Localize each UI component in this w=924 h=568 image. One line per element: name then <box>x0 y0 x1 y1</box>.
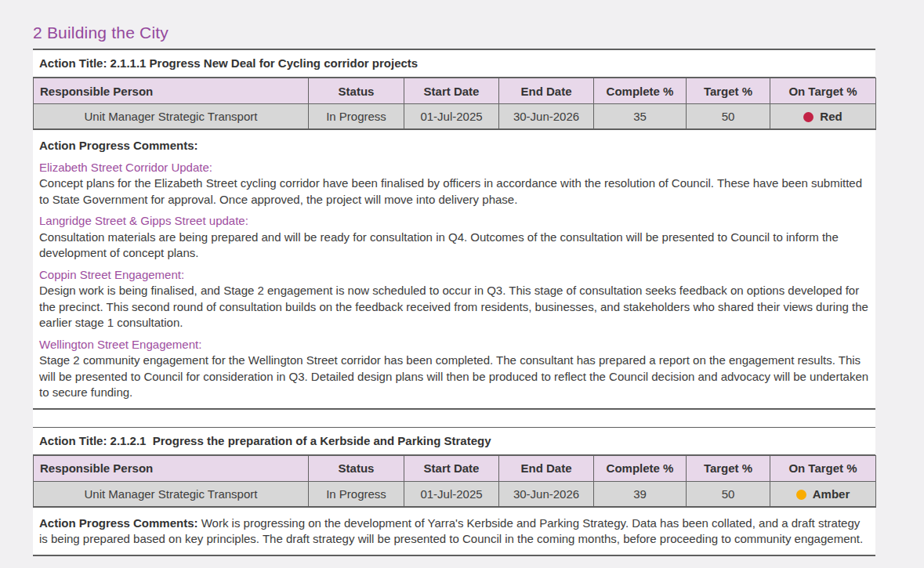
col-header-responsible-person: Responsible Person <box>34 455 309 481</box>
cell-responsible-person: Unit Manager Strategic Transport <box>34 104 309 130</box>
table-row: Unit Manager Strategic Transport In Prog… <box>34 104 876 130</box>
comment-heading: Wellington Street Engagement: <box>39 337 869 353</box>
comment-body: Concept plans for the Elizabeth Street c… <box>39 175 869 208</box>
cell-start-date: 01-Jul-2025 <box>404 481 499 507</box>
col-header-start-date: Start Date <box>404 78 499 104</box>
on-target-label: Red <box>820 110 842 123</box>
col-header-start-date: Start Date <box>404 455 499 481</box>
cell-end-date: 30-Jun-2026 <box>499 481 594 507</box>
cell-start-date: 01-Jul-2025 <box>404 104 499 130</box>
comments-label: Action Progress Comments: <box>39 516 198 530</box>
col-header-target-pct: Target % <box>687 455 770 481</box>
table-header-row: Responsible Person Status Start Date End… <box>34 455 876 481</box>
section-divider-gap <box>33 410 875 427</box>
col-header-complete-pct: Complete % <box>594 455 687 481</box>
col-header-end-date: End Date <box>499 78 594 104</box>
cell-complete-pct: 35 <box>594 104 687 130</box>
red-status-dot-icon <box>803 112 813 122</box>
cell-status: In Progress <box>309 481 404 507</box>
comment-heading: Elizabeth Street Corridor Update: <box>39 160 869 176</box>
table-header-row: Responsible Person Status Start Date End… <box>34 78 876 104</box>
cell-end-date: 30-Jun-2026 <box>499 104 594 130</box>
action-title-2: Action Title: 2.1.2.1 Progress the prepa… <box>33 427 875 455</box>
col-header-end-date: End Date <box>499 455 594 481</box>
comment-heading: Coppin Street Engagement: <box>39 267 869 284</box>
action-title-1: Action Title: 2.1.1.1 Progress New Deal … <box>33 50 875 78</box>
comments-section-1: Action Progress Comments: Elizabeth Stre… <box>33 130 875 410</box>
cell-target-pct: 50 <box>687 481 770 507</box>
comment-body: Consultation materials are being prepare… <box>39 230 869 262</box>
cell-status: In Progress <box>309 104 404 130</box>
col-header-on-target-pct: On Target % <box>770 78 876 104</box>
cell-on-target: Amber <box>770 481 876 507</box>
action-table-1: Responsible Person Status Start Date End… <box>33 78 876 130</box>
cell-target-pct: 50 <box>687 104 770 130</box>
comment-heading: Langridge Street & Gipps Street update: <box>39 213 869 230</box>
cell-responsible-person: Unit Manager Strategic Transport <box>34 481 309 507</box>
action-table-2: Responsible Person Status Start Date End… <box>33 455 876 508</box>
page-title: 2 Building the City <box>33 24 168 42</box>
table-row: Unit Manager Strategic Transport In Prog… <box>34 481 876 507</box>
amber-status-dot-icon <box>796 490 806 500</box>
col-header-complete-pct: Complete % <box>594 78 687 104</box>
col-header-status: Status <box>309 78 404 104</box>
cell-on-target: Red <box>770 104 876 130</box>
comments-label: Action Progress Comments: <box>39 138 869 154</box>
cell-complete-pct: 39 <box>594 481 687 507</box>
comment-body: Stage 2 community engagement for the Wel… <box>39 353 869 401</box>
comments-section-2: Action Progress Comments: Work is progre… <box>33 508 875 556</box>
comment-body: Design work is being finalised, and Stag… <box>39 283 869 331</box>
col-header-responsible-person: Responsible Person <box>34 78 309 104</box>
col-header-status: Status <box>309 455 404 481</box>
on-target-label: Amber <box>813 487 850 501</box>
report-content: Action Title: 2.1.1.1 Progress New Deal … <box>33 49 875 556</box>
col-header-target-pct: Target % <box>687 78 770 104</box>
col-header-on-target-pct: On Target % <box>770 455 876 481</box>
